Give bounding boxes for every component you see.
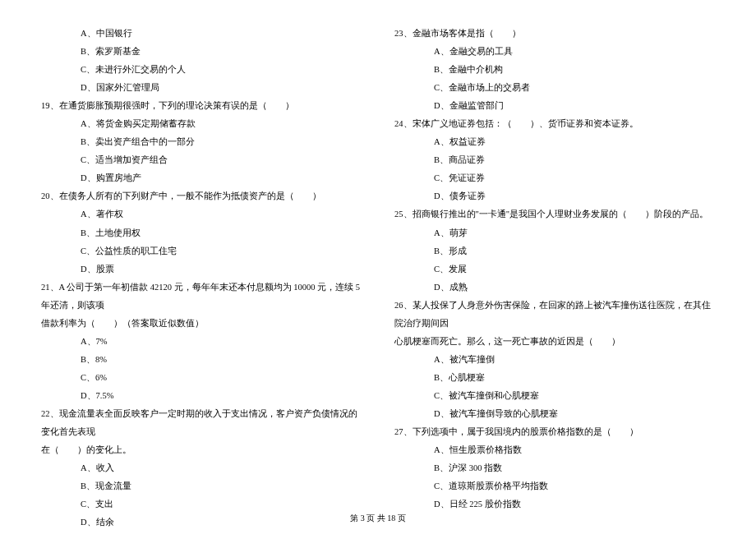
option-a: A、萌芽 xyxy=(394,224,715,242)
option-a: A、收入 xyxy=(41,459,362,477)
option-b: B、心肌梗塞 xyxy=(394,369,715,387)
left-column: A、中国银行 B、索罗斯基金 C、未进行外汇交易的个人 D、国家外汇管理局 19… xyxy=(41,25,362,532)
option-d: D、金融监管部门 xyxy=(394,97,715,115)
option-b: B、现金流量 xyxy=(41,477,362,495)
option-b: B、土地使用权 xyxy=(41,224,362,242)
question-27: 27、下列选项中，属于我国境内的股票价格指数的是（ ） xyxy=(394,423,715,441)
option-c: C、未进行外汇交易的个人 xyxy=(41,61,362,79)
question-21-line2: 借款利率为（ ）（答案取近似数值） xyxy=(41,315,362,333)
option-a: A、恒生股票价格指数 xyxy=(394,441,715,459)
option-c: C、适当增加资产组合 xyxy=(41,151,362,169)
option-c: C、发展 xyxy=(394,260,715,279)
question-26-line2: 心肌梗塞而死亡。那么，这一死亡事故的近因是（ ） xyxy=(394,333,715,351)
question-21-line1: 21、A 公司于第一年初借款 42120 元，每年年末还本付息额均为 10000… xyxy=(41,279,362,315)
question-24: 24、宋体广义地证券包括：（ ）、货币证券和资本证券。 xyxy=(394,115,715,133)
option-c: C、道琼斯股票价格平均指数 xyxy=(394,477,715,495)
option-a: A、7% xyxy=(41,333,362,351)
option-d: D、国家外汇管理局 xyxy=(41,79,362,97)
option-a: A、金融交易的工具 xyxy=(394,43,715,61)
question-22-line1: 22、现金流量表全面反映客户一定时期的收入于支出情况，客户资产负债情况的变化首先… xyxy=(41,405,362,441)
option-d: D、成熟 xyxy=(394,279,715,297)
option-d: D、债务证券 xyxy=(394,187,715,205)
page-footer: 第 3 页 共 18 页 xyxy=(0,513,756,524)
question-19: 19、在通货膨胀预期很强时，下列的理论决策有误的是（ ） xyxy=(41,97,362,115)
option-d: D、日经 225 股价指数 xyxy=(394,495,715,513)
option-c: C、金融市场上的交易者 xyxy=(394,79,715,97)
option-a: A、权益证券 xyxy=(394,133,715,151)
option-c: C、被汽车撞倒和心肌梗塞 xyxy=(394,387,715,405)
option-b: B、形成 xyxy=(394,242,715,260)
option-d: D、7.5% xyxy=(41,387,362,405)
option-c: C、凭证证券 xyxy=(394,169,715,187)
question-22-line2: 在（ ）的变化上。 xyxy=(41,441,362,459)
option-c: C、6% xyxy=(41,369,362,387)
option-b: B、商品证券 xyxy=(394,151,715,169)
option-d: D、购置房地产 xyxy=(41,169,362,187)
question-25: 25、招商银行推出的"一卡通"是我国个人理财业务发展的（ ）阶段的产品。 xyxy=(394,205,715,223)
question-26-line1: 26、某人投保了人身意外伤害保险，在回家的路上被汽车撞伤送往医院，在其住院治疗期… xyxy=(394,297,715,333)
option-d: D、被汽车撞倒导致的心肌梗塞 xyxy=(394,405,715,423)
option-a: A、中国银行 xyxy=(41,25,362,43)
option-d: D、股票 xyxy=(41,260,362,279)
question-20: 20、在债务人所有的下列财产中，一般不能作为抵债资产的是（ ） xyxy=(41,187,362,205)
option-a: A、被汽车撞倒 xyxy=(394,351,715,369)
right-column: 23、金融市场客体是指（ ） A、金融交易的工具 B、金融中介机构 C、金融市场… xyxy=(394,25,715,532)
option-b: B、卖出资产组合中的一部分 xyxy=(41,133,362,151)
option-a: A、著作权 xyxy=(41,205,362,223)
option-c: C、公益性质的职工住宅 xyxy=(41,242,362,260)
option-a: A、将货金购买定期储蓄存款 xyxy=(41,115,362,133)
question-23: 23、金融市场客体是指（ ） xyxy=(394,25,715,43)
option-c: C、支出 xyxy=(41,495,362,513)
option-b: B、金融中介机构 xyxy=(394,61,715,79)
option-b: B、索罗斯基金 xyxy=(41,43,362,61)
option-b: B、沪深 300 指数 xyxy=(394,459,715,477)
option-b: B、8% xyxy=(41,351,362,369)
